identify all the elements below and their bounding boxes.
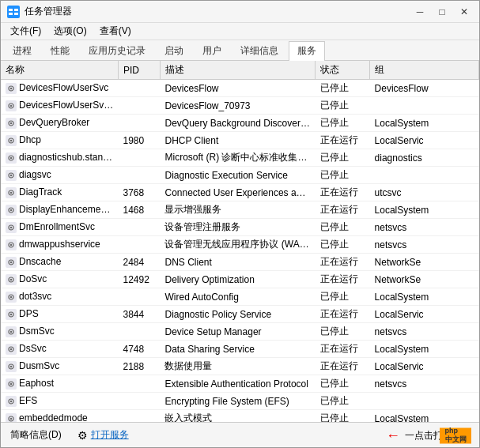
open-services-label[interactable]: 打开服务 <box>91 428 129 442</box>
service-desc: Diagnostic Policy Service <box>160 306 315 323</box>
table-row[interactable]: EFSEncrypting File System (EFS)已停止 <box>1 393 479 410</box>
window-title: 任务管理器 <box>25 5 72 18</box>
svg-point-13 <box>10 122 12 124</box>
service-status: 正在运行 <box>316 184 370 201</box>
table-row[interactable]: DmEnrollmentSvc设备管理注册服务已停止netsvcs <box>1 219 479 236</box>
svg-point-64 <box>10 418 12 420</box>
menu-view[interactable]: 查看(V) <box>93 23 138 40</box>
tab-performance[interactable]: 性能 <box>42 41 78 60</box>
svg-rect-3 <box>9 13 13 15</box>
close-button[interactable]: ✕ <box>454 4 474 20</box>
table-row[interactable]: DevicesFlowUserSvcDevicesFlow已停止DevicesF… <box>1 80 479 97</box>
svg-point-25 <box>10 192 12 194</box>
service-status: 已停止 <box>316 149 370 167</box>
service-status: 正在运行 <box>316 271 370 288</box>
service-group: NetworkSe <box>370 271 479 288</box>
service-name: embeddedmode <box>1 410 118 423</box>
col-header-group[interactable]: 组 <box>370 61 479 80</box>
minimize-button[interactable]: ─ <box>410 4 430 20</box>
svg-rect-1 <box>9 9 13 11</box>
table-row[interactable]: DoSvc12492Delivery Optimization正在运行Netwo… <box>1 271 479 288</box>
service-status: 正在运行 <box>316 341 370 358</box>
svg-point-37 <box>10 262 12 263</box>
svg-rect-0 <box>7 6 20 18</box>
table-row[interactable]: Dhcp1980DHCP Client正在运行LocalServic <box>1 132 479 149</box>
service-desc: DHCP Client <box>160 132 315 149</box>
service-group: diagnostics <box>370 149 479 167</box>
service-group <box>370 97 479 115</box>
table-row[interactable]: diagsvcDiagnostic Execution Service已停止 <box>1 167 479 184</box>
service-status: 正在运行 <box>316 132 370 149</box>
service-status: 已停止 <box>316 288 370 306</box>
service-name: EFS <box>1 393 118 410</box>
service-desc: 显示增强服务 <box>160 201 315 219</box>
table-row[interactable]: DisplayEnhancementServ...1468显示增强服务正在运行L… <box>1 201 479 219</box>
service-pid <box>118 97 160 115</box>
svg-point-19 <box>10 157 12 159</box>
service-status: 已停止 <box>316 393 370 410</box>
table-row[interactable]: diagnosticshub.standard...Microsoft (R) … <box>1 149 479 167</box>
tab-processes[interactable]: 进程 <box>4 41 40 60</box>
table-row[interactable]: EaphostExtensible Authentication Protoco… <box>1 375 479 393</box>
service-status: 已停止 <box>316 115 370 132</box>
service-pid: 3768 <box>118 184 160 201</box>
service-group: LocalServic <box>370 358 479 375</box>
table-row[interactable]: DsSvc4748Data Sharing Service正在运行LocalSy… <box>1 341 479 358</box>
col-header-name[interactable]: 名称 <box>1 61 118 80</box>
table-row[interactable]: embeddedmode嵌入式模式已停止LocalSystem <box>1 410 479 423</box>
svg-point-7 <box>10 88 12 89</box>
title-bar-left: 任务管理器 <box>7 5 72 18</box>
tab-app-history[interactable]: 应用历史记录 <box>80 41 154 60</box>
col-header-desc[interactable]: 描述 <box>160 61 315 80</box>
svg-point-34 <box>10 244 12 246</box>
table-row[interactable]: DPS3844Diagnostic Policy Service正在运行Loca… <box>1 306 479 323</box>
service-desc: DNS Client <box>160 254 315 271</box>
service-pid <box>118 149 160 167</box>
brief-info-button[interactable]: 简略信息(D) <box>7 427 65 443</box>
service-status: 已停止 <box>316 323 370 341</box>
services-table-container[interactable]: 名称 PID 描述 状态 组 DevicesFlowUserSvcDevices… <box>1 61 479 422</box>
service-desc: DevicesFlow <box>160 80 315 97</box>
menu-options[interactable]: 选项(O) <box>47 23 93 40</box>
tab-users[interactable]: 用户 <box>194 41 230 60</box>
service-group: LocalServic <box>370 306 479 323</box>
service-name: DmEnrollmentSvc <box>1 219 118 236</box>
table-row[interactable]: DusmSvc2188数据使用量正在运行LocalServic <box>1 358 479 375</box>
service-pid <box>118 375 160 393</box>
tab-startup[interactable]: 启动 <box>156 41 192 60</box>
svg-point-49 <box>10 331 12 333</box>
service-group: netsvcs <box>370 219 479 236</box>
service-status: 正在运行 <box>316 201 370 219</box>
brief-info-label: 简略信息(D) <box>10 428 62 442</box>
svg-point-55 <box>10 366 12 367</box>
maximize-button[interactable]: □ <box>432 4 452 20</box>
tab-details[interactable]: 详细信息 <box>232 41 287 60</box>
col-header-pid[interactable]: PID <box>118 61 160 80</box>
table-row[interactable]: DiagTrack3768Connected User Experiences … <box>1 184 479 201</box>
service-pid <box>118 410 160 423</box>
col-header-status[interactable]: 状态 <box>316 61 370 80</box>
table-row[interactable]: dot3svcWired AutoConfig已停止LocalSystem <box>1 288 479 306</box>
table-row[interactable]: dmwappushservice设备管理无线应用程序协议 (WAP)...已停止… <box>1 236 479 254</box>
table-row[interactable]: Dnscache2484DNS Client正在运行NetworkSe <box>1 254 479 271</box>
menu-file[interactable]: 文件(F) <box>4 23 47 40</box>
service-pid <box>118 393 160 410</box>
service-group: LocalSystem <box>370 288 479 306</box>
tab-services[interactable]: 服务 <box>289 41 325 61</box>
service-pid: 1980 <box>118 132 160 149</box>
service-group: netsvcs <box>370 323 479 341</box>
service-group: utcsvc <box>370 184 479 201</box>
service-pid <box>118 167 160 184</box>
service-name: DevicesFlowUserSvc <box>1 80 118 97</box>
svg-point-43 <box>10 296 12 298</box>
service-desc: Microsoft (R) 诊断中心标准收集器... <box>160 149 315 167</box>
table-header-row: 名称 PID 描述 状态 组 <box>1 61 479 80</box>
table-row[interactable]: DevQueryBrokerDevQuery Background Discov… <box>1 115 479 132</box>
service-pid: 12492 <box>118 271 160 288</box>
open-services-button[interactable]: ⚙ 打开服务 <box>74 427 132 443</box>
service-desc: Data Sharing Service <box>160 341 315 358</box>
service-desc: Diagnostic Execution Service <box>160 167 315 184</box>
service-group: netsvcs <box>370 236 479 254</box>
table-row[interactable]: DevicesFlowUserSvc_709...DevicesFlow_709… <box>1 97 479 115</box>
table-row[interactable]: DsmSvcDevice Setup Manager已停止netsvcs <box>1 323 479 341</box>
